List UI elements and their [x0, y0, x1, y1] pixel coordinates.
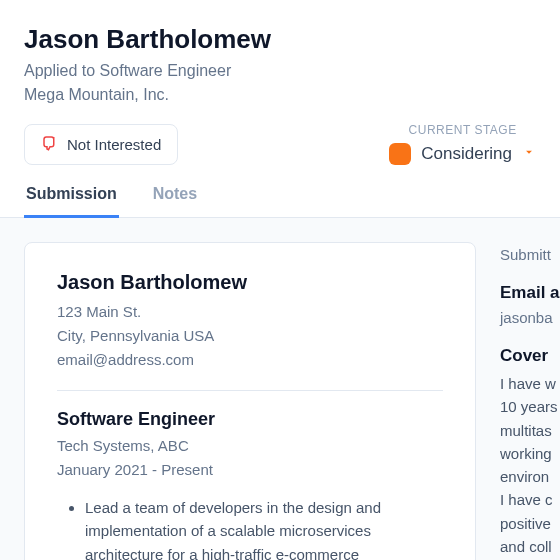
tab-submission[interactable]: Submission — [24, 185, 119, 218]
divider — [57, 390, 443, 391]
resume-addr2: City, Pennsylvania USA — [57, 324, 443, 348]
job-bullets: Lead a team of developers in the design … — [85, 496, 443, 560]
not-interested-label: Not Interested — [67, 136, 161, 153]
company-name: Mega Mountain, Inc. — [24, 83, 536, 107]
stage-value: Considering — [421, 144, 512, 164]
resume-email: email@address.com — [57, 348, 443, 372]
resume-panel: Jason Bartholomew 123 Main St. City, Pen… — [24, 242, 476, 560]
job-dates: January 2021 - Present — [57, 458, 443, 482]
resume-name: Jason Bartholomew — [57, 271, 443, 294]
cover-text: I have w 10 years multitas working envir… — [500, 372, 560, 558]
applied-to: Applied to Software Engineer — [24, 59, 536, 83]
side-panel: Submitt Email a jasonba Cover I have w 1… — [500, 242, 560, 560]
tabs: Submission Notes — [0, 165, 560, 218]
job-bullet: Lead a team of developers in the design … — [85, 496, 443, 560]
not-interested-button[interactable]: Not Interested — [24, 124, 178, 165]
job-company: Tech Systems, ABC — [57, 434, 443, 458]
candidate-name: Jason Bartholomew — [24, 24, 536, 55]
job-title: Software Engineer — [57, 409, 443, 430]
stage-color-icon — [389, 143, 411, 165]
stage-control: CURRENT STAGE Considering — [389, 123, 536, 165]
email-value: jasonba — [500, 309, 560, 326]
stage-label: CURRENT STAGE — [389, 123, 536, 137]
resume-addr1: 123 Main St. — [57, 300, 443, 324]
submitted-label: Submitt — [500, 246, 560, 263]
content-area: Jason Bartholomew 123 Main St. City, Pen… — [0, 218, 560, 560]
thumbs-down-icon — [41, 134, 59, 155]
tab-notes[interactable]: Notes — [151, 185, 199, 218]
stage-dropdown[interactable]: Considering — [389, 143, 536, 165]
chevron-down-icon — [522, 145, 536, 163]
cover-heading: Cover — [500, 346, 560, 366]
email-heading: Email a — [500, 283, 560, 303]
